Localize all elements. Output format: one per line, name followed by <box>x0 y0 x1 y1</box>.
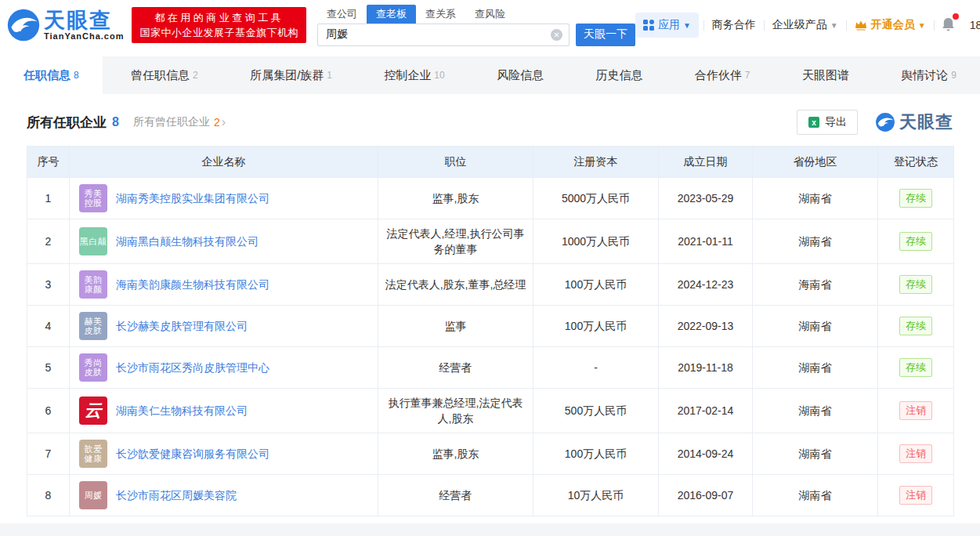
apps-label: 应用 <box>658 18 680 32</box>
company-avatar: 美韵康颜 <box>79 270 107 299</box>
nav-tab-label: 任职信息 <box>24 68 71 83</box>
business-cooperation-menu[interactable]: 商务合作 <box>704 18 764 32</box>
company-avatar: 秀美控股 <box>79 184 107 212</box>
company-link[interactable]: 海南美韵康颜生物科技有限公司 <box>116 277 269 292</box>
watermark-logo-icon <box>875 112 895 132</box>
company-link[interactable]: 湖南黑白颠生物科技有限公司 <box>116 234 259 249</box>
table-body: 1秀美控股湖南秀美控股实业集团有限公司监事,股东5000万人民币2023-05-… <box>27 178 954 516</box>
status-badge: 存续 <box>899 275 932 294</box>
company-link[interactable]: 长沙歆爱健康咨询服务有限公司 <box>116 446 269 462</box>
chevron-down-icon: ▼ <box>830 21 838 30</box>
capital-cell: 100万人民币 <box>533 433 659 475</box>
apps-menu[interactable]: 应用 ▼ <box>635 13 699 38</box>
tianyancha-logo-icon <box>6 8 41 42</box>
logo-domain-text: TianYanCha.com <box>44 31 124 41</box>
table-row: 1秀美控股湖南秀美控股实业集团有限公司监事,股东5000万人民币2023-05-… <box>27 178 954 219</box>
nav-tab-count: 9 <box>951 70 956 81</box>
position-cell: 监事,股东 <box>378 433 533 475</box>
column-header: 省份地区 <box>753 147 878 178</box>
table-row: 4赫美皮肤长沙赫美皮肤管理有限公司监事100万人民币2022-09-13湖南省存… <box>27 306 954 347</box>
page: 天眼查 TianYanCha.com 都在用的商业查询工具 国家中小企业发展子基… <box>0 0 980 536</box>
nav-tab-label: 合作伙伴 <box>695 68 742 83</box>
nav-tab-5[interactable]: 历史信息 <box>572 56 666 94</box>
row-index: 6 <box>27 389 70 433</box>
column-header: 序号 <box>27 147 70 178</box>
table-row: 8周媛长沙市雨花区周媛美容院经营者10万人民币2016-09-07湖南省注销 <box>27 475 954 516</box>
watermark-logo-text: 天眼查 <box>899 110 953 134</box>
search-tab-2[interactable]: 查关系 <box>416 5 465 24</box>
position-cell: 监事,股东 <box>378 178 533 219</box>
table-row: 7歆爱健康长沙歆爱健康咨询服务有限公司监事,股东100万人民币2014-09-2… <box>27 433 954 475</box>
company-link[interactable]: 长沙市雨花区周媛美容院 <box>116 487 237 503</box>
position-cell: 法定代表人,经理,执行公司事务的董事 <box>378 219 533 264</box>
capital-cell: - <box>533 347 659 389</box>
company-link[interactable]: 长沙市雨花区秀尚皮肤管理中心 <box>116 360 269 375</box>
company-link[interactable]: 长沙赫美皮肤管理有限公司 <box>116 318 248 334</box>
province-cell: 湖南省 <box>753 178 878 219</box>
founded-date-cell: 2017-02-14 <box>659 389 753 433</box>
search-input[interactable] <box>317 24 570 46</box>
nav-tab-4[interactable]: 风险信息 <box>473 56 567 94</box>
main-content: 所有任职企业 8 所有曾任职企业 2 › x 导出 <box>0 94 980 523</box>
status-badge: 注销 <box>899 401 932 420</box>
search-tab-1[interactable]: 查老板 <box>367 5 416 24</box>
row-index: 7 <box>27 433 70 475</box>
capital-cell: 1000万人民币 <box>533 219 659 264</box>
promo-line2: 国家中小企业发展子基金旗下机构 <box>139 25 298 40</box>
notifications-bell[interactable] <box>935 16 962 34</box>
nav-tab-0[interactable]: 任职信息8 <box>0 56 103 94</box>
clear-search-icon[interactable]: ✕ <box>551 29 562 41</box>
search-tabs: 查公司查老板查关系查风险 <box>317 5 635 24</box>
nav-tab-7[interactable]: 天眼图谱 <box>779 56 873 94</box>
table-row: 2黑白颠湖南黑白颠生物科技有限公司法定代表人,经理,执行公司事务的董事1000万… <box>27 219 954 264</box>
search-tab-3[interactable]: 查风险 <box>465 5 515 24</box>
capital-cell: 100万人民币 <box>533 306 659 347</box>
company-avatar: 歆爱健康 <box>79 440 107 468</box>
status-badge: 注销 <box>899 444 932 463</box>
nav-tab-2[interactable]: 所属集团/族群1 <box>226 56 356 94</box>
nav-tab-label: 所属集团/族群 <box>250 68 324 83</box>
company-link[interactable]: 湖南秀美控股实业集团有限公司 <box>116 190 269 206</box>
watermark-logo: 天眼查 <box>875 110 953 134</box>
search-tab-0[interactable]: 查公司 <box>317 5 367 24</box>
tianyancha-logo[interactable]: 天眼查 TianYanCha.com <box>6 8 124 42</box>
search-button[interactable]: 天眼一下 <box>576 24 635 46</box>
status-badge: 存续 <box>899 317 932 335</box>
top-menu: 应用 ▼ 商务合作 企业级产品 ▼ 开通会员 ▼ <box>635 13 980 38</box>
capital-cell: 500万人民币 <box>533 389 659 433</box>
promo-banner: 都在用的商业查询工具 国家中小企业发展子基金旗下机构 <box>132 7 306 43</box>
province-cell: 湖南省 <box>753 347 878 389</box>
row-index: 5 <box>27 347 70 389</box>
nav-tab-1[interactable]: 曾任职信息2 <box>107 56 222 94</box>
column-header: 注册资本 <box>533 147 659 178</box>
table-row: 3美韵康颜海南美韵康颜生物科技有限公司法定代表人,股东,董事,总经理100万人民… <box>27 264 954 306</box>
export-button[interactable]: x 导出 <box>797 110 858 135</box>
nav-tab-label: 天眼图谱 <box>802 68 849 83</box>
promo-line1: 都在用的商业查询工具 <box>139 10 298 25</box>
enterprise-product-menu[interactable]: 企业级产品 ▼ <box>765 18 846 32</box>
logo-brand-text: 天眼查 <box>44 9 124 31</box>
account-menu[interactable]: 186*... ▼ <box>962 19 980 31</box>
former-positions-link[interactable]: 所有曾任职企业 2 › <box>133 115 226 129</box>
founded-date-cell: 2023-05-29 <box>659 178 753 219</box>
nav-tab-8[interactable]: 舆情讨论9 <box>877 56 980 94</box>
position-cell: 监事 <box>378 306 533 347</box>
nav-tab-label: 历史信息 <box>595 68 642 83</box>
nav-tab-count: 8 <box>74 70 79 81</box>
row-index: 8 <box>27 475 70 516</box>
province-cell: 湖南省 <box>753 389 878 433</box>
crown-icon <box>855 20 867 31</box>
detail-tabs-bar: 任职信息8曾任职信息2所属集团/族群1控制企业10风险信息历史信息合作伙伴7天眼… <box>0 56 980 94</box>
nav-tab-6[interactable]: 合作伙伴7 <box>671 56 774 94</box>
vip-upgrade-menu[interactable]: 开通会员 ▼ <box>847 18 934 32</box>
nav-tab-count: 1 <box>327 70 332 81</box>
bottom-strip <box>0 523 980 536</box>
row-index: 4 <box>27 306 70 347</box>
company-link[interactable]: 湖南美仁生物科技有限公司 <box>116 403 248 418</box>
position-cell: 法定代表人,股东,董事,总经理 <box>378 264 533 306</box>
excel-icon: x <box>808 116 820 129</box>
position-cell: 经营者 <box>378 475 533 516</box>
nav-tab-3[interactable]: 控制企业10 <box>360 56 468 94</box>
company-avatar: 赫美皮肤 <box>79 312 107 340</box>
company-avatar: 云 <box>79 397 107 425</box>
